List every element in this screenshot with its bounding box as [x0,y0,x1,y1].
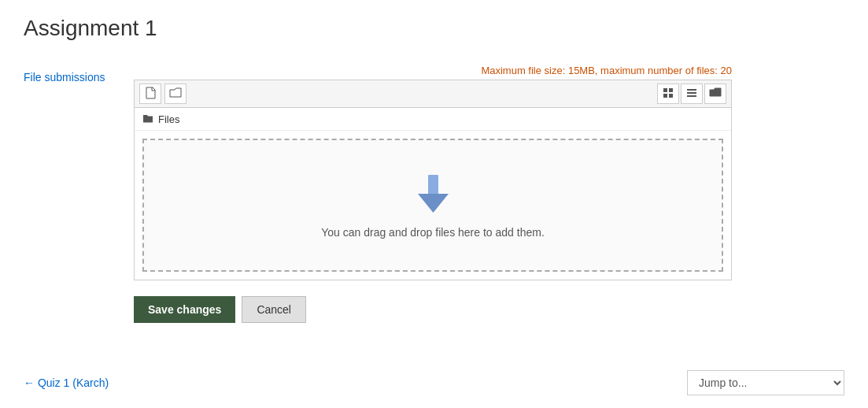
toolbar-right [657,83,726,104]
file-widget: Maximum file size: 15MB, maximum number … [134,65,732,280]
grid-view-button[interactable] [657,83,679,104]
new-file-button[interactable] [139,83,161,104]
new-folder-icon [169,87,182,101]
folder-icon [142,113,153,125]
svg-rect-0 [663,88,667,92]
field-label-file-submissions: File submissions [24,65,134,83]
svg-rect-6 [687,95,696,97]
dropzone-text: You can drag and drop files here to add … [321,226,545,239]
form-section: File submissions Maximum file size: 15MB… [24,65,844,280]
file-manager-toolbar [135,80,731,108]
svg-rect-5 [687,92,696,94]
svg-rect-4 [687,89,696,91]
save-changes-button[interactable]: Save changes [134,296,235,323]
file-dropzone[interactable]: You can drag and drop files here to add … [142,139,723,272]
cancel-button[interactable]: Cancel [242,296,306,323]
file-manager-box: Files You can drag and drop files here t… [134,80,732,280]
button-row: Save changes Cancel [134,296,844,323]
bottom-nav: ← Quiz 1 (Karch) Jump to... [24,370,844,408]
svg-rect-3 [669,94,673,98]
svg-marker-8 [418,194,449,213]
folder-view-icon [709,87,722,101]
grid-view-icon [663,87,674,101]
file-info-text: Maximum file size: 15MB, maximum number … [134,65,732,76]
svg-rect-2 [663,94,667,98]
prev-activity-link[interactable]: ← Quiz 1 (Karch) [24,376,109,389]
page-title: Assignment 1 [24,16,844,41]
new-folder-button[interactable] [164,83,187,104]
drop-arrow-icon [412,172,455,215]
toolbar-left [139,83,187,104]
page-container: Assignment 1 File submissions Maximum fi… [0,0,868,408]
svg-rect-1 [669,88,673,92]
svg-rect-7 [428,175,438,197]
list-view-icon [686,87,697,101]
breadcrumb-label: Files [158,113,179,125]
file-breadcrumb: Files [135,108,731,131]
jump-to-select[interactable]: Jump to... [687,370,844,395]
folder-view-button[interactable] [704,83,726,104]
list-view-button[interactable] [681,83,703,104]
new-file-icon [145,87,156,102]
